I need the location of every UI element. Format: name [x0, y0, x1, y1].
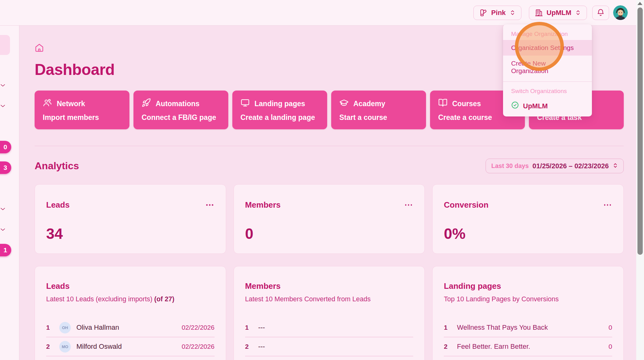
chevron-expand-icon: [613, 163, 618, 169]
lead-row[interactable]: 2 MO Milford Oswald 02/22/2026: [46, 337, 215, 356]
stat-value: 0%: [444, 225, 612, 242]
theme-swatch-icon: [479, 9, 487, 17]
home-icon[interactable]: [35, 43, 44, 52]
quick-action-title: Network: [57, 100, 85, 108]
quick-action-title: Academy: [353, 100, 385, 108]
member-row[interactable]: 1 ---: [245, 318, 414, 337]
organization-selector-button[interactable]: UpMLM: [529, 6, 587, 20]
menu-section-label: Switch Organizations: [503, 85, 592, 97]
quick-action-subtitle: Create a landing page: [240, 113, 319, 122]
lead-row[interactable]: 1 OH Oliva Hallman 02/22/2026: [46, 318, 215, 337]
list-title: Landing pages: [444, 281, 612, 291]
check-circle-icon: [511, 101, 519, 111]
stat-cards: Leads 34 Members 0 Conversion 0%: [35, 184, 624, 254]
quick-action-subtitle: Start a course: [339, 113, 418, 122]
graduation-cap-icon: [339, 98, 349, 109]
ellipsis-menu-icon[interactable]: [205, 203, 215, 207]
stat-card-members: Members 0: [234, 184, 425, 254]
chevron-down-icon[interactable]: [0, 103, 6, 110]
stat-title: Members: [245, 200, 281, 210]
open-book-icon: [438, 98, 448, 109]
quick-action-subtitle: Import members: [43, 113, 121, 122]
scrollbar-up-arrow[interactable]: [637, 2, 642, 5]
sidebar: 0 3 1: [0, 26, 19, 360]
sidebar-count-badge: 1: [0, 244, 11, 256]
list-subtitle: Latest 10 Members Converted from Leads: [245, 295, 414, 303]
landing-page-row[interactable]: 1 Wellness That Pays You Back 0: [444, 318, 612, 337]
section-divider: [35, 146, 624, 146]
landing-pages-list-card: Landing pages Top 10 Landing Pages by Co…: [432, 266, 624, 360]
list-title: Leads: [46, 281, 215, 291]
sidebar-count-badge: 0: [0, 141, 11, 153]
chevron-down-icon[interactable]: [0, 82, 6, 89]
building-icon: [535, 9, 543, 17]
lead-date: 02/22/2026: [182, 343, 215, 350]
organization-selector-label: UpMLM: [547, 9, 571, 17]
chevron-down-icon[interactable]: [0, 206, 6, 213]
rocket-icon: [142, 98, 151, 109]
lead-name: Oliva Hallman: [76, 323, 119, 332]
notifications-button[interactable]: [592, 6, 609, 20]
date-range-selector[interactable]: Last 30 days 01/25/2026 – 02/23/2026: [486, 159, 624, 173]
quick-action-title: Courses: [452, 100, 481, 108]
menu-item-organization-settings[interactable]: Organization Settings: [503, 40, 592, 56]
landing-page-name: Wellness That Pays You Back: [457, 323, 548, 332]
quick-action-landing-pages[interactable]: Landing pages Create a landing page: [232, 91, 327, 129]
list-cards: Leads Latest 10 Leads (excluding imports…: [35, 266, 624, 360]
ellipsis-menu-icon[interactable]: [404, 203, 414, 207]
sidebar-active-item[interactable]: [0, 35, 10, 55]
chevron-down-icon[interactable]: [0, 227, 6, 234]
stat-card-leads: Leads 34: [35, 184, 226, 254]
monitor-icon: [240, 98, 250, 109]
chevron-expand-icon: [510, 10, 516, 16]
date-preset-label: Last 30 days: [491, 162, 529, 170]
landing-page-row[interactable]: 2 Feel Better. Earn Better. 0: [444, 337, 612, 356]
stat-title: Conversion: [444, 200, 488, 210]
stat-value: 0: [245, 225, 414, 242]
member-name: ---: [258, 323, 265, 332]
user-avatar[interactable]: [613, 5, 628, 20]
conversion-count: 0: [608, 324, 612, 331]
organization-dropdown-menu: Manage Organization Organization Setting…: [503, 24, 592, 116]
stat-title: Leads: [46, 200, 70, 210]
quick-action-network[interactable]: Network Import members: [35, 91, 129, 129]
list-subtitle: Latest 10 Leads (excluding imports) (of …: [46, 295, 215, 303]
conversion-count: 0: [608, 343, 612, 350]
avatar: MO: [59, 341, 71, 353]
bell-icon: [597, 9, 605, 17]
theme-selector-label: Pink: [491, 9, 506, 17]
list-title: Members: [245, 281, 414, 291]
quick-action-subtitle: Connect a FB/IG page: [142, 113, 220, 122]
menu-section-label: Manage Organization: [503, 27, 592, 40]
members-list-card: Members Latest 10 Members Converted from…: [234, 266, 425, 360]
sidebar-count-badge: 3: [0, 161, 11, 174]
menu-item-create-new-organization[interactable]: Create New Organization: [503, 56, 592, 79]
member-name: ---: [258, 343, 265, 351]
ellipsis-menu-icon[interactable]: [603, 203, 613, 207]
lead-date: 02/22/2026: [182, 324, 215, 331]
quick-action-title: Landing pages: [254, 100, 305, 108]
top-bar: Pink UpMLM: [0, 0, 636, 26]
leads-list-card: Leads Latest 10 Leads (excluding imports…: [35, 266, 226, 360]
stat-card-conversion: Conversion 0%: [432, 184, 624, 254]
quick-action-title: Automations: [156, 100, 200, 108]
people-icon: [43, 98, 52, 109]
theme-selector-button[interactable]: Pink: [473, 6, 521, 20]
scrollbar: [636, 0, 644, 360]
landing-page-name: Feel Better. Earn Better.: [457, 343, 530, 351]
quick-action-academy[interactable]: Academy Start a course: [331, 91, 426, 129]
quick-action-automations[interactable]: Automations Connect a FB/IG page: [133, 91, 228, 129]
chevron-expand-icon: [575, 10, 581, 16]
menu-item-current-org[interactable]: UpMLM: [503, 97, 592, 113]
lead-name: Milford Oswald: [76, 343, 122, 351]
list-subtitle: Top 10 Landing Pages by Conversions: [444, 295, 612, 303]
analytics-heading: Analytics: [35, 160, 79, 172]
member-row[interactable]: 2 ---: [245, 337, 414, 356]
date-range-value: 01/25/2026 – 02/23/2026: [532, 162, 609, 170]
menu-divider: [503, 81, 592, 82]
scrollbar-thumb[interactable]: [637, 7, 643, 255]
avatar: OH: [59, 322, 71, 333]
stat-value: 34: [46, 225, 215, 242]
app-window: Pink UpMLM: [0, 0, 644, 360]
